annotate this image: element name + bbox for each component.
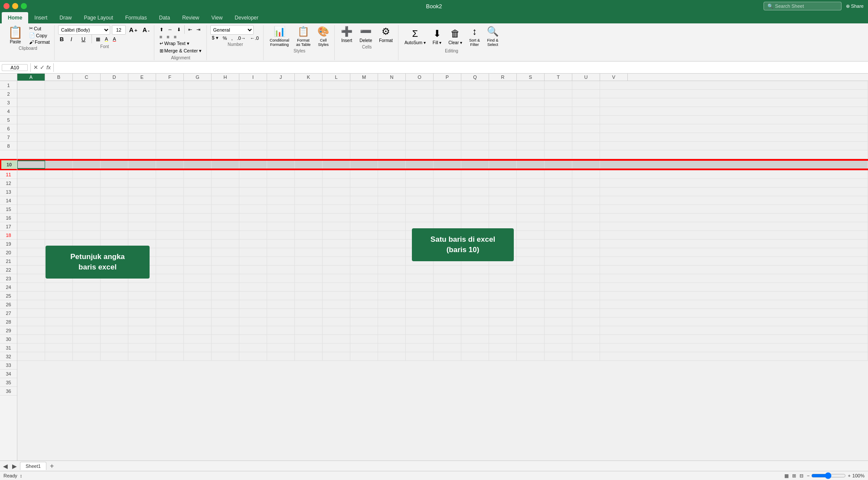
row-num-1[interactable]: 1 [0, 81, 17, 90]
wrap-text-button[interactable]: ↵ Wrap Text ▾ [158, 40, 191, 47]
delete-button[interactable]: ➖ Delete [357, 25, 375, 44]
number-format-select[interactable]: General Number Currency Percentage [210, 25, 254, 35]
col-header-E[interactable]: E [128, 74, 156, 81]
row-num-27[interactable]: 27 [0, 309, 17, 318]
row-num-32[interactable]: 32 [0, 352, 17, 361]
col-header-F[interactable]: F [156, 74, 184, 81]
zoom-out-button[interactable]: − [807, 473, 809, 478]
row-num-6[interactable]: 6 [0, 124, 17, 133]
row-num-35[interactable]: 35 [0, 378, 17, 387]
col-header-M[interactable]: M [350, 74, 378, 81]
bold-button[interactable]: B [58, 36, 68, 43]
row-num-23[interactable]: 23 [0, 274, 17, 283]
cell-A10[interactable] [17, 161, 45, 169]
currency-button[interactable]: $ ▾ [210, 35, 220, 41]
col-header-S[interactable]: S [517, 74, 545, 81]
cell-A1[interactable] [17, 81, 45, 89]
col-header-D[interactable]: D [101, 74, 128, 81]
clear-button[interactable]: 🗑 Clear ▾ [446, 27, 465, 46]
maximize-button[interactable] [21, 3, 27, 9]
cell-I1[interactable] [239, 81, 267, 89]
align-bottom-button[interactable]: ⬇ [175, 26, 183, 33]
row-num-7[interactable]: 7 [0, 133, 17, 142]
row-num-20[interactable]: 20 [0, 248, 17, 257]
border-button[interactable]: ▦ [94, 36, 102, 42]
cell-V1[interactable] [600, 81, 868, 89]
cell-H1[interactable] [212, 81, 239, 89]
col-header-G[interactable]: G [184, 74, 212, 81]
cell-R1[interactable] [489, 81, 517, 89]
row-num-13[interactable]: 13 [0, 188, 17, 196]
row-num-36[interactable]: 36 [0, 387, 17, 396]
col-header-T[interactable]: T [545, 74, 572, 81]
tab-formulas[interactable]: Formulas [119, 12, 153, 23]
increase-font-button[interactable]: A+ [127, 26, 139, 34]
layout-break-icon[interactable]: ⊟ [799, 473, 803, 479]
col-header-P[interactable]: P [434, 74, 461, 81]
tab-data[interactable]: Data [153, 12, 176, 23]
col-header-O[interactable]: O [406, 74, 434, 81]
zoom-slider[interactable] [811, 472, 846, 479]
cell-B1[interactable] [45, 81, 73, 89]
row-num-25[interactable]: 25 [0, 292, 17, 300]
decrease-font-button[interactable]: A- [141, 26, 151, 34]
cell-F1[interactable] [156, 81, 184, 89]
close-button[interactable] [3, 3, 10, 9]
row-num-5[interactable]: 5 [0, 116, 17, 124]
cell-S1[interactable] [517, 81, 545, 89]
row-num-16[interactable]: 16 [0, 214, 17, 222]
decrease-indent-button[interactable]: ⇤ [186, 26, 194, 33]
row-num-10[interactable]: 10 [0, 159, 17, 170]
confirm-icon[interactable]: ✓ [40, 64, 45, 71]
cell-K1[interactable] [295, 81, 323, 89]
cell-A2[interactable] [17, 90, 45, 98]
layout-normal-icon[interactable]: ▦ [784, 473, 789, 479]
row-num-8[interactable]: 8 [0, 142, 17, 150]
increase-decimal-button[interactable]: .0→ [235, 35, 248, 41]
tab-view[interactable]: View [206, 12, 229, 23]
col-header-B[interactable]: B [45, 74, 73, 81]
font-color-button[interactable]: A [111, 36, 117, 42]
sheet-tab-1[interactable]: Sheet1 [20, 462, 46, 470]
row-num-15[interactable]: 15 [0, 205, 17, 214]
cell-G1[interactable] [184, 81, 212, 89]
cell-Q1[interactable] [461, 81, 489, 89]
col-header-A[interactable]: A [17, 74, 45, 81]
row-num-22[interactable]: 22 [0, 266, 17, 274]
cancel-icon[interactable]: ✕ [33, 64, 38, 71]
zoom-in-button[interactable]: + [848, 473, 850, 478]
cell-U1[interactable] [572, 81, 600, 89]
conditional-formatting-button[interactable]: 📊 ConditionalFormatting [267, 25, 292, 48]
tab-developer[interactable]: Developer [228, 12, 264, 23]
percent-button[interactable]: % [221, 35, 229, 41]
name-box[interactable]: A10 [2, 64, 28, 71]
align-left-button[interactable]: ≡ [158, 34, 164, 40]
col-header-N[interactable]: N [378, 74, 406, 81]
cell-M1[interactable] [350, 81, 378, 89]
tab-draw[interactable]: Draw [53, 12, 78, 23]
cell-N1[interactable] [378, 81, 406, 89]
row-num-33[interactable]: 33 [0, 361, 17, 370]
row-num-29[interactable]: 29 [0, 326, 17, 335]
col-header-U[interactable]: U [572, 74, 600, 81]
comma-button[interactable]: , [229, 35, 234, 41]
row-num-9[interactable] [0, 150, 17, 159]
copy-button[interactable]: 📄 Copy [27, 32, 52, 39]
align-top-button[interactable]: ⬆ [158, 26, 165, 33]
col-header-Q[interactable]: Q [461, 74, 489, 81]
cell-O1[interactable] [406, 81, 434, 89]
row-num-24[interactable]: 24 [0, 283, 17, 292]
italic-button[interactable]: I [69, 36, 78, 43]
tab-insert[interactable]: Insert [28, 12, 53, 23]
format-painter-button[interactable]: 🖌 Format [27, 39, 52, 45]
fill-color-button[interactable]: A [103, 36, 110, 42]
search-sheet-box[interactable]: 🔍 Search Sheet [764, 2, 842, 10]
col-header-I[interactable]: I [239, 74, 267, 81]
row-num-3[interactable]: 3 [0, 98, 17, 107]
fx-icon[interactable]: fx [46, 64, 51, 71]
find-select-button[interactable]: 🔍 Find &Select [484, 25, 501, 48]
minimize-button[interactable] [12, 3, 18, 9]
align-middle-button[interactable]: ↔ [166, 26, 174, 32]
row-num-12[interactable]: 12 [0, 179, 17, 188]
row-num-14[interactable]: 14 [0, 196, 17, 205]
